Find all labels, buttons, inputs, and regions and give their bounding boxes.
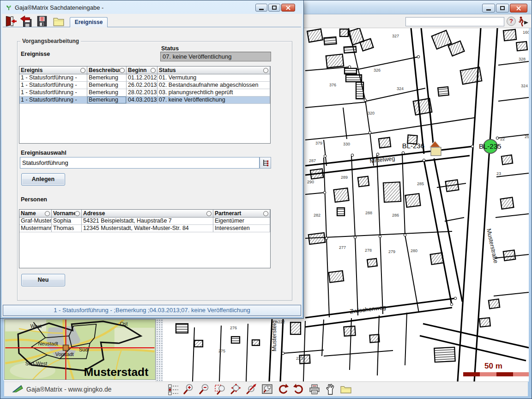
person-row[interactable]: Graf-Muster Sophia 54321 Beispielstadt, … [19, 218, 270, 225]
main-minimize-button[interactable] [482, 4, 495, 12]
persons-table: Name Vorname Adresse Partnerart Graf-Mus… [19, 209, 271, 268]
col-beginn: Beginn [128, 67, 151, 73]
layer-control-icon[interactable] [167, 383, 180, 396]
help-button[interactable]: ? [507, 17, 516, 26]
maximize-icon [500, 6, 505, 10]
save-return-icon[interactable] [20, 15, 33, 28]
event-select-label: Ereignisauswahl [21, 150, 66, 156]
svg-text:25: 25 [525, 134, 529, 139]
svg-text:Süd-West: Süd-West [25, 361, 47, 366]
svg-text:50 m: 50 m [484, 362, 502, 370]
svg-text:278: 278 [365, 248, 372, 253]
dialog-minimize-button[interactable] [255, 4, 267, 12]
svg-text:276: 276 [230, 326, 237, 330]
neu-button[interactable]: Neu [21, 274, 65, 286]
pan-hand-icon[interactable] [324, 383, 337, 396]
col-ereignis: Ereignis [21, 67, 80, 73]
folder-open-icon[interactable] [52, 15, 65, 28]
event-list-button[interactable] [260, 157, 271, 169]
svg-text:West: West [30, 323, 42, 329]
persons-label: Personen [21, 196, 47, 203]
minimize-icon [259, 9, 264, 10]
svg-text:Mustersteig: Mustersteig [271, 320, 278, 351]
col-vorname: Vorname [53, 210, 75, 217]
svg-text:326: 326 [374, 68, 381, 73]
svg-text:280: 280 [411, 248, 417, 253]
sort-icon[interactable] [151, 68, 156, 73]
zoom-dynamic-icon[interactable] [230, 383, 242, 396]
svg-text:288: 288 [365, 211, 372, 215]
redo-view-icon[interactable] [292, 383, 305, 396]
col-beschreibung: Beschreibung [89, 67, 120, 73]
events-table: Ereignis Beschreibung Beginn Status 1 - … [19, 66, 271, 144]
print-icon[interactable] [308, 383, 321, 396]
exit-door-icon[interactable] [4, 15, 17, 28]
zoom-extent-icon[interactable] [261, 383, 274, 396]
zoom-window-icon[interactable] [214, 383, 227, 396]
svg-text:290: 290 [307, 180, 314, 184]
svg-text:286: 286 [392, 213, 399, 218]
col-name: Name [21, 210, 45, 217]
col-adresse: Adresse [83, 210, 206, 217]
zoom-out-icon[interactable] [198, 383, 211, 396]
exit-runner-icon[interactable] [517, 16, 529, 28]
svg-text:379: 379 [315, 141, 322, 145]
sachdaten-dialog: Gaja®Matrix Sachdateneingabe - Ereigniss… [0, 0, 304, 319]
main-close-button[interactable] [510, 4, 527, 12]
tab-ereignisse[interactable]: Ereignisse [70, 17, 108, 27]
svg-text:285: 285 [417, 181, 424, 186]
close-icon [516, 6, 521, 11]
save-icon[interactable] [36, 15, 48, 28]
zoom-in-icon[interactable] [182, 383, 195, 396]
tabstrip-line [3, 27, 301, 27]
list-icon [262, 159, 269, 167]
svg-text:Ost: Ost [120, 321, 128, 326]
event-select-input[interactable] [20, 157, 260, 169]
svg-text:287: 287 [309, 158, 316, 163]
zoom-selection-icon[interactable] [245, 383, 258, 396]
app-plant-icon [6, 4, 12, 11]
svg-text:23: 23 [496, 171, 501, 176]
sort-icon[interactable] [206, 211, 212, 216]
position-marker [63, 345, 69, 351]
undo-view-icon[interactable] [277, 383, 290, 396]
sort-icon[interactable] [80, 68, 85, 73]
svg-text:327: 327 [392, 34, 399, 38]
col-status: Status [159, 67, 263, 73]
dialog-maximize-button[interactable] [268, 4, 280, 12]
event-row[interactable]: 1 - Statusfortführung - Bemerkung 28.02.… [19, 89, 270, 97]
svg-text:324: 324 [521, 84, 528, 88]
svg-text:376: 376 [329, 83, 336, 87]
sort-icon[interactable] [45, 211, 50, 216]
credit-text: Gaja®Matrix - www.gingko.de [26, 386, 112, 393]
city-label: Musterstadt [84, 366, 148, 378]
svg-text:160: 160 [523, 30, 529, 35]
svg-text:289: 289 [341, 175, 348, 180]
main-maximize-button[interactable] [496, 4, 509, 12]
sort-icon[interactable] [263, 211, 268, 216]
event-row[interactable]: 1 - Statusfortführung - Bemerkung 26.02.… [19, 82, 270, 89]
bottom-bar: Gaja®Matrix - www.gingko.de [4, 381, 528, 396]
events-label: Ereignisse [21, 51, 50, 57]
sort-icon[interactable] [120, 68, 125, 73]
anlegen-button[interactable]: Anlegen [21, 173, 65, 186]
person-row[interactable]: Mustermann Thomas 12345 Musterstadt, Wal… [19, 225, 270, 232]
svg-text:223: 223 [296, 356, 303, 361]
search-input[interactable] [405, 17, 504, 26]
dialog-statusbar: 1 - Statusfortführung - ;Bemerkung ;04.0… [3, 305, 301, 316]
event-row[interactable]: 1 - Statusfortführung - Bemerkung 01.12.… [19, 74, 270, 82]
svg-text:330: 330 [343, 142, 350, 146]
maximize-icon [272, 6, 277, 10]
open-folder-icon[interactable] [339, 383, 352, 396]
dialog-titlebar[interactable]: Gaja®Matrix Sachdateneingabe - [2, 1, 302, 13]
svg-text:Vorstadt: Vorstadt [55, 351, 74, 357]
event-row-selected[interactable]: 1 - Statusfortführung - Bemerkung 04.03.… [19, 97, 270, 104]
sort-icon[interactable] [263, 68, 268, 73]
overview-map[interactable]: West Ost Neustadt Süd-West Vorstadt Süd … [4, 319, 156, 380]
dialog-close-button[interactable] [281, 4, 295, 12]
status-label: Status [161, 45, 179, 52]
gingko-logo [12, 384, 24, 393]
svg-text:BL-236: BL-236 [402, 142, 424, 150]
svg-text:222: 222 [278, 320, 285, 324]
sort-icon[interactable] [75, 211, 80, 216]
